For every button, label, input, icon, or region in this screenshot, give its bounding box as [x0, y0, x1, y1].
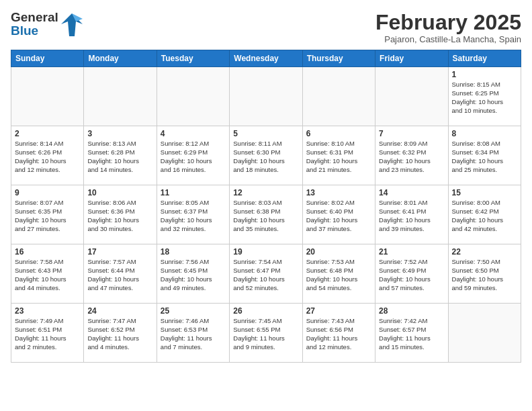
day-info: Sunrise: 7:50 AMSunset: 6:50 PMDaylight:…	[452, 258, 517, 292]
day-cell-2-4: 13Sunrise: 8:02 AMSunset: 6:40 PMDayligh…	[302, 185, 375, 244]
day-number: 18	[161, 247, 226, 257]
day-number: 16	[15, 247, 80, 257]
col-wednesday: Wednesday	[230, 50, 302, 67]
day-cell-1-6: 8Sunrise: 8:08 AMSunset: 6:34 PMDaylight…	[448, 126, 521, 185]
day-number: 5	[233, 129, 298, 138]
day-info: Sunrise: 7:54 AMSunset: 6:47 PMDaylight:…	[233, 258, 298, 292]
day-number: 23	[15, 306, 80, 316]
title-block: February 2025 Pajaron, Castille-La Manch…	[375, 11, 521, 44]
day-cell-2-5: 14Sunrise: 8:01 AMSunset: 6:41 PMDayligh…	[375, 185, 448, 244]
day-info: Sunrise: 8:14 AMSunset: 6:26 PMDaylight:…	[15, 140, 80, 174]
day-cell-3-6: 22Sunrise: 7:50 AMSunset: 6:50 PMDayligh…	[448, 244, 521, 304]
day-number: 26	[233, 306, 298, 316]
day-cell-0-4	[302, 67, 375, 126]
day-info: Sunrise: 7:43 AMSunset: 6:56 PMDaylight:…	[306, 317, 371, 351]
day-cell-1-3: 5Sunrise: 8:11 AMSunset: 6:30 PMDaylight…	[230, 126, 302, 185]
col-monday: Monday	[84, 50, 157, 67]
day-info: Sunrise: 7:56 AMSunset: 6:45 PMDaylight:…	[161, 258, 226, 292]
day-cell-4-1: 24Sunrise: 7:47 AMSunset: 6:52 PMDayligh…	[84, 304, 157, 363]
day-number: 24	[87, 306, 152, 316]
day-cell-0-5	[375, 67, 448, 126]
day-info: Sunrise: 8:03 AMSunset: 6:38 PMDaylight:…	[233, 199, 298, 233]
day-info: Sunrise: 8:07 AMSunset: 6:35 PMDaylight:…	[15, 199, 80, 233]
day-cell-2-1: 10Sunrise: 8:06 AMSunset: 6:36 PMDayligh…	[84, 185, 157, 244]
day-number: 7	[379, 129, 444, 138]
day-number: 20	[306, 247, 371, 257]
day-info: Sunrise: 7:46 AMSunset: 6:53 PMDaylight:…	[161, 317, 226, 351]
day-number: 8	[452, 129, 517, 138]
svg-marker-0	[61, 13, 83, 36]
day-number: 25	[161, 306, 226, 316]
col-saturday: Saturday	[448, 50, 521, 67]
logo-bird-icon	[61, 12, 83, 36]
day-cell-1-1: 3Sunrise: 8:13 AMSunset: 6:28 PMDaylight…	[84, 126, 157, 185]
day-cell-1-5: 7Sunrise: 8:09 AMSunset: 6:32 PMDaylight…	[375, 126, 448, 185]
day-number: 10	[87, 188, 152, 197]
day-number: 22	[452, 247, 517, 257]
day-cell-0-6: 1Sunrise: 8:15 AMSunset: 6:25 PMDaylight…	[448, 67, 521, 126]
day-cell-4-2: 25Sunrise: 7:46 AMSunset: 6:53 PMDayligh…	[157, 304, 229, 363]
day-info: Sunrise: 8:00 AMSunset: 6:42 PMDaylight:…	[452, 199, 517, 233]
day-cell-3-4: 20Sunrise: 7:53 AMSunset: 6:48 PMDayligh…	[302, 244, 375, 304]
day-number: 28	[379, 306, 444, 316]
day-number: 11	[161, 188, 226, 197]
day-cell-2-3: 12Sunrise: 8:03 AMSunset: 6:38 PMDayligh…	[230, 185, 302, 244]
day-cell-2-0: 9Sunrise: 8:07 AMSunset: 6:35 PMDaylight…	[11, 185, 84, 244]
day-number: 1	[452, 70, 517, 79]
location: Pajaron, Castille-La Mancha, Spain	[375, 34, 521, 44]
day-cell-2-2: 11Sunrise: 8:05 AMSunset: 6:37 PMDayligh…	[157, 185, 229, 244]
day-info: Sunrise: 8:01 AMSunset: 6:41 PMDaylight:…	[379, 199, 444, 233]
week-row-0: 1Sunrise: 8:15 AMSunset: 6:25 PMDaylight…	[11, 67, 521, 126]
col-thursday: Thursday	[302, 50, 375, 67]
day-number: 17	[87, 247, 152, 257]
logo-general: General	[11, 11, 58, 24]
day-cell-3-3: 19Sunrise: 7:54 AMSunset: 6:47 PMDayligh…	[230, 244, 302, 304]
day-number: 21	[379, 247, 444, 257]
logo-blue: Blue	[11, 24, 58, 38]
day-info: Sunrise: 8:12 AMSunset: 6:29 PMDaylight:…	[161, 140, 226, 174]
day-info: Sunrise: 7:45 AMSunset: 6:55 PMDaylight:…	[233, 317, 298, 351]
day-info: Sunrise: 8:06 AMSunset: 6:36 PMDaylight:…	[87, 199, 152, 233]
day-info: Sunrise: 8:08 AMSunset: 6:34 PMDaylight:…	[452, 140, 517, 174]
col-sunday: Sunday	[11, 50, 84, 67]
week-row-2: 9Sunrise: 8:07 AMSunset: 6:35 PMDaylight…	[11, 185, 521, 244]
day-cell-4-6	[448, 304, 521, 363]
day-cell-3-5: 21Sunrise: 7:52 AMSunset: 6:49 PMDayligh…	[375, 244, 448, 304]
page: General Blue February 2025 Pajaron, Cast…	[0, 0, 532, 369]
day-info: Sunrise: 7:49 AMSunset: 6:51 PMDaylight:…	[15, 317, 80, 351]
day-number: 6	[306, 129, 371, 138]
week-row-3: 16Sunrise: 7:58 AMSunset: 6:43 PMDayligh…	[11, 244, 521, 304]
day-info: Sunrise: 7:47 AMSunset: 6:52 PMDaylight:…	[87, 317, 152, 351]
day-cell-1-0: 2Sunrise: 8:14 AMSunset: 6:26 PMDaylight…	[11, 126, 84, 185]
day-number: 4	[161, 129, 226, 138]
day-number: 15	[452, 188, 517, 197]
day-info: Sunrise: 8:05 AMSunset: 6:37 PMDaylight:…	[161, 199, 226, 233]
day-cell-4-4: 27Sunrise: 7:43 AMSunset: 6:56 PMDayligh…	[302, 304, 375, 363]
day-number: 14	[379, 188, 444, 197]
day-cell-0-0	[11, 67, 84, 126]
calendar-header-row: Sunday Monday Tuesday Wednesday Thursday…	[11, 50, 521, 67]
day-info: Sunrise: 8:13 AMSunset: 6:28 PMDaylight:…	[87, 140, 152, 174]
col-friday: Friday	[375, 50, 448, 67]
day-number: 13	[306, 188, 371, 197]
day-number: 27	[306, 306, 371, 316]
day-cell-3-1: 17Sunrise: 7:57 AMSunset: 6:44 PMDayligh…	[84, 244, 157, 304]
day-info: Sunrise: 8:15 AMSunset: 6:25 PMDaylight:…	[452, 81, 517, 115]
col-tuesday: Tuesday	[157, 50, 229, 67]
day-number: 3	[87, 129, 152, 138]
calendar-table: Sunday Monday Tuesday Wednesday Thursday…	[11, 50, 521, 363]
day-info: Sunrise: 8:09 AMSunset: 6:32 PMDaylight:…	[379, 140, 444, 174]
day-cell-0-3	[230, 67, 302, 126]
logo: General Blue	[11, 11, 71, 38]
day-cell-3-2: 18Sunrise: 7:56 AMSunset: 6:45 PMDayligh…	[157, 244, 229, 304]
header: General Blue February 2025 Pajaron, Cast…	[11, 11, 521, 44]
day-number: 12	[233, 188, 298, 197]
day-cell-4-5: 28Sunrise: 7:42 AMSunset: 6:57 PMDayligh…	[375, 304, 448, 363]
week-row-4: 23Sunrise: 7:49 AMSunset: 6:51 PMDayligh…	[11, 304, 521, 363]
day-info: Sunrise: 7:52 AMSunset: 6:49 PMDaylight:…	[379, 258, 444, 292]
day-cell-1-4: 6Sunrise: 8:10 AMSunset: 6:31 PMDaylight…	[302, 126, 375, 185]
day-cell-3-0: 16Sunrise: 7:58 AMSunset: 6:43 PMDayligh…	[11, 244, 84, 304]
day-number: 9	[15, 188, 80, 197]
day-cell-4-3: 26Sunrise: 7:45 AMSunset: 6:55 PMDayligh…	[230, 304, 302, 363]
week-row-1: 2Sunrise: 8:14 AMSunset: 6:26 PMDaylight…	[11, 126, 521, 185]
